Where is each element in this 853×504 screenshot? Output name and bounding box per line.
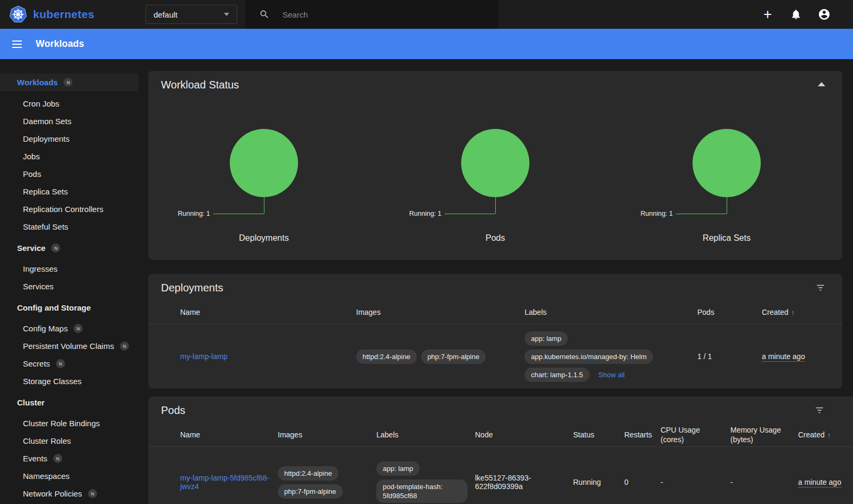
images-cell: httpd:2.4-alpine php:7-fpm-alpine (278, 466, 376, 499)
user-menu-button[interactable] (818, 8, 831, 21)
create-resource-button[interactable]: + (761, 8, 774, 21)
pie-callout-label: Running: 1 (641, 210, 673, 217)
pod-link[interactable]: my-lamp-lamp-5fd985cf68-jwvz4 (180, 474, 269, 491)
column-header-labels[interactable]: Labels (376, 430, 475, 440)
sidebar-item-events[interactable]: Events N (0, 450, 139, 467)
sidebar-item-network-policies[interactable]: Network Policies N (0, 485, 139, 502)
app-bar: Workloads (0, 29, 853, 59)
chart-title: Deployments (239, 233, 288, 243)
deployments-table: Name Images Labels Pods Created↑ my-lamp… (148, 301, 842, 388)
pods-card: Pods Name Images Labels Node Status Rest… (148, 396, 853, 504)
column-header-name[interactable]: Name (180, 430, 278, 440)
pie-callout-label: Running: 1 (178, 210, 210, 217)
pie-callout-label: Running: 1 (409, 210, 441, 217)
account-circle-icon (818, 8, 831, 21)
sidebar-item-replica-sets[interactable]: Replica Sets (0, 183, 139, 200)
pods-table: Name Images Labels Node Status Restarts … (148, 424, 853, 504)
label-chip: pod-template-hash: 5fd985cf68 (376, 479, 468, 503)
sidebar-item-pods[interactable]: Pods (0, 165, 139, 183)
new-badge: N (53, 454, 62, 463)
search-input[interactable] (283, 10, 474, 19)
sidebar-item-ingresses[interactable]: Ingresses (0, 260, 139, 278)
deployment-link[interactable]: my-lamp-lamp (180, 352, 228, 361)
new-badge: N (51, 243, 60, 253)
column-header-cpu-usage[interactable]: CPU Usage (cores) (661, 426, 730, 444)
new-badge: N (88, 489, 97, 498)
filter-icon (816, 283, 825, 292)
pods-title: Pods (161, 404, 186, 417)
restarts-count: 0 (624, 478, 661, 486)
deployments-table-header: Name Images Labels Pods Created↑ (148, 301, 842, 324)
deployments-title: Deployments (161, 282, 223, 294)
search-bar[interactable] (245, 0, 498, 29)
image-chip: httpd:2.4-alpine (356, 349, 417, 364)
column-header-status[interactable]: Status (573, 430, 624, 440)
namespace-selector[interactable]: default (146, 5, 237, 24)
chevron-down-icon (224, 13, 229, 16)
column-header-pods[interactable]: Pods (697, 308, 762, 318)
created-timestamp: a minute ago (762, 352, 805, 362)
column-header-node[interactable]: Node (475, 430, 573, 440)
sidebar-item-cluster[interactable]: Cluster (0, 394, 139, 411)
sidebar-item-persistent-volume-claims[interactable]: Persistent Volume Claims N (0, 337, 139, 355)
notifications-button[interactable] (790, 8, 802, 21)
column-header-images[interactable]: Images (356, 308, 525, 318)
pie-slice-running[interactable] (461, 129, 529, 197)
filter-button[interactable] (815, 405, 824, 415)
memory-usage-value: - (730, 478, 798, 486)
image-chip: httpd:2.4-alpine (278, 466, 339, 481)
column-header-labels[interactable]: Labels (525, 308, 697, 318)
cpu-usage-value: - (661, 478, 730, 486)
pods-table-header: Name Images Labels Node Status Restarts … (148, 424, 853, 447)
bell-icon (790, 9, 802, 20)
search-icon (259, 9, 270, 20)
table-row: my-lamp-lamp httpd:2.4-alpine php:7-fpm-… (148, 324, 842, 388)
kubernetes-brand[interactable]: kubernetes (9, 5, 94, 24)
column-header-created[interactable]: Created↑ (762, 308, 842, 318)
sidebar-item-cluster-roles[interactable]: Cluster Roles (0, 432, 139, 450)
sidebar-item-config-maps[interactable]: Config Maps N (0, 320, 139, 337)
replica-sets-pie-chart: Running: 1 Replica Sets (611, 129, 842, 243)
created-timestamp: a minute ago (798, 478, 841, 487)
pie-slice-running[interactable] (230, 129, 298, 197)
callout-line (445, 214, 495, 214)
sidebar-item-deployments[interactable]: Deployments (0, 130, 139, 148)
pods-count: 1 / 1 (697, 352, 762, 361)
column-header-memory-usage[interactable]: Memory Usage (bytes) (730, 426, 798, 444)
sidebar-item-storage-classes[interactable]: Storage Classes (0, 372, 139, 390)
sort-ascending-icon: ↑ (791, 308, 795, 316)
sidebar-item-jobs[interactable]: Jobs (0, 148, 139, 165)
deployments-card: Deployments Name Images Labels Pods Crea… (148, 274, 842, 388)
sidebar-item-replication-controllers[interactable]: Replication Controllers (0, 200, 139, 218)
collapse-card-button[interactable] (818, 80, 825, 86)
labels-cell: app: lamp app.kubernetes.io/managed-by: … (525, 331, 697, 382)
workload-status-card: Workload Status Running: 1 Deployments (148, 71, 842, 260)
callout-line (676, 214, 727, 214)
filter-icon (815, 405, 824, 415)
table-row: my-lamp-lamp-5fd985cf68-jwvz4 httpd:2.4-… (148, 447, 853, 504)
column-header-created[interactable]: Created↑ (798, 430, 853, 440)
sidebar-item-config-and-storage[interactable]: Config and Storage (0, 299, 139, 316)
labels-cell: app: lamp pod-template-hash: 5fd985cf68 (376, 461, 475, 503)
sidebar-item-workloads[interactable]: Workloads N (0, 74, 139, 91)
filter-button[interactable] (816, 283, 825, 292)
kubernetes-logo-icon (9, 5, 28, 24)
sidebar-item-cron-jobs[interactable]: Cron Jobs (0, 95, 139, 112)
pod-status: Running (573, 478, 624, 486)
column-header-restarts[interactable]: Restarts (624, 430, 661, 440)
menu-icon[interactable] (11, 38, 23, 51)
node-name: lke55127-86393-622f8d09399a (475, 474, 573, 491)
pie-slice-running[interactable] (693, 129, 761, 197)
chevron-up-icon (818, 82, 825, 86)
sidebar-item-service[interactable]: Service N (0, 239, 139, 257)
column-header-name[interactable]: Name (180, 308, 356, 318)
image-chip: php:7-fpm-alpine (421, 349, 486, 364)
column-header-images[interactable]: Images (278, 430, 376, 440)
sidebar-item-daemon-sets[interactable]: Daemon Sets (0, 112, 139, 130)
sidebar-item-namespaces[interactable]: Namespaces (0, 467, 139, 485)
sidebar-item-secrets[interactable]: Secrets N (0, 355, 139, 372)
sidebar-item-stateful-sets[interactable]: Stateful Sets (0, 218, 139, 235)
sidebar-item-services[interactable]: Services (0, 278, 139, 295)
sidebar-item-cluster-role-bindings[interactable]: Cluster Role Bindings (0, 414, 139, 432)
show-all-link[interactable]: Show all (599, 371, 625, 379)
